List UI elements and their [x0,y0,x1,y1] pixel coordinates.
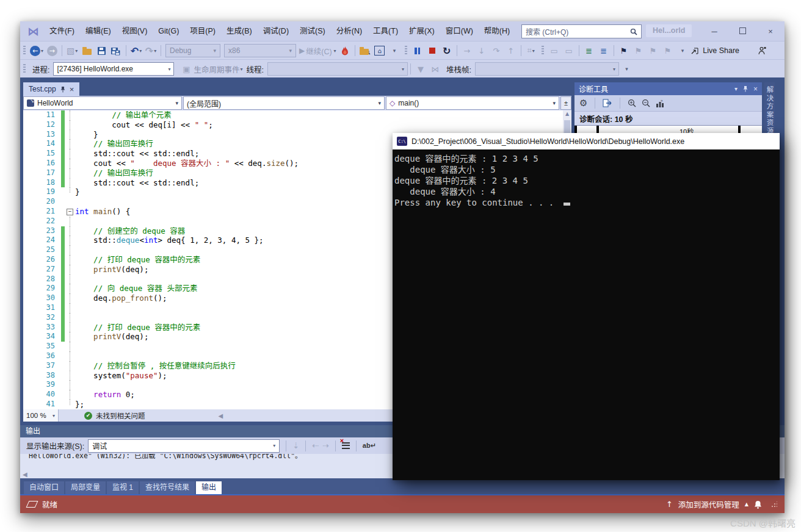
pin-icon[interactable] [60,86,65,93]
lifecycle-events-button[interactable]: 生命周期事件 [194,63,239,75]
maximize-button[interactable] [728,27,756,36]
home-window-button[interactable]: ⌂ [372,43,387,58]
tool-window-tab[interactable]: 局部变量 [65,481,106,494]
navigate-back-button[interactable]: ←▾ [29,43,45,58]
next-bookmark-button[interactable]: ⚑ [646,43,661,58]
console-output[interactable]: deque 容器中的元素 : 1 2 3 4 5 deque 容器大小 : 5d… [393,149,780,480]
project-dropdown[interactable]: HelloWorld ▾ [23,96,182,110]
search-input[interactable]: 搜索 (Ctrl+Q) [521,24,642,38]
save-all-button[interactable] [109,43,123,58]
hscroll-left-icon[interactable]: ◀ [219,412,223,419]
hot-reload-icon[interactable] [338,43,352,58]
console-titlebar[interactable]: C:\ D:\002_Project\006_Visual_Studio\Hel… [393,133,780,149]
process-dropdown[interactable]: [27436] HelloWorld.exe▾ [53,62,174,76]
new-project-button[interactable]: ▧▾ [65,43,79,58]
word-wrap-icon[interactable]: ab↵ [363,442,376,450]
previous-bookmark-button[interactable]: ⚑ [631,43,646,58]
menu-item[interactable]: 窗口(W) [440,21,479,41]
toolbar-grip[interactable] [23,46,26,56]
tab-test-cpp[interactable]: Test.cpp × [23,82,79,96]
tool-window-tab[interactable]: 自动窗口 [24,481,64,494]
thread-dropdown[interactable]: ▾ [267,62,408,76]
break-all-button[interactable] [410,43,425,58]
tool-window-tab[interactable]: 监视 1 [107,481,139,494]
toolbar-grip[interactable] [23,64,26,74]
tool-window-tab[interactable]: 查找符号结果 [140,481,195,494]
solution-configuration-dropdown[interactable]: Debug▾ [165,44,220,57]
step-over-button[interactable]: ↷ [489,43,504,58]
menu-item[interactable]: 调试(D) [258,21,294,41]
close-tab-icon[interactable]: × [70,85,74,93]
output-source-dropdown[interactable]: 调试 ▾ [88,439,280,453]
menu-item[interactable]: Git(G) [153,21,184,41]
zoom-dropdown[interactable]: 100 %▾ [23,409,59,422]
zoom-in-icon[interactable] [628,99,637,107]
show-next-statement-button[interactable]: → [460,43,474,58]
toolbar-overflow-button[interactable]: ▾ [619,62,634,76]
menu-item[interactable]: 工具(T) [368,21,404,41]
console-window[interactable]: C:\ D:\002_Project\006_Visual_Studio\Hel… [393,133,780,480]
toolbar-overflow-button[interactable]: ▾ [675,43,690,58]
restart-button[interactable]: ↻ [440,43,454,58]
menu-item[interactable]: 编辑(E) [80,21,117,41]
solution-platform-dropdown[interactable]: x86▾ [224,44,296,57]
split-window-button[interactable]: ± [560,96,571,110]
redo-button[interactable]: ↷▾ [143,43,158,58]
resize-grip[interactable] [771,501,777,508]
scope-dropdown[interactable]: (全局范围) ▾ [183,96,385,110]
parallel-stacks-button[interactable]: ▭ [562,43,576,58]
filter-threads-icon[interactable]: ▼ [413,62,428,76]
save-button[interactable] [94,43,109,58]
settings-gear-icon[interactable]: ⚙ [579,98,587,109]
undo-button[interactable]: ↶▾ [129,43,143,58]
minimize-button[interactable]: ─ [700,27,728,36]
diagnostic-tools-titlebar[interactable]: 诊断工具 ▾ × [574,82,762,95]
notification-bell-icon[interactable] [754,500,762,509]
window-position-icon[interactable]: ▾ [734,85,738,92]
stop-debugging-button[interactable] [425,43,440,58]
menu-item[interactable]: 测试(S) [294,21,331,41]
source-control-button[interactable]: ↑ 添加到源代码管理 ▲ [666,498,777,510]
reset-view-chart-icon[interactable]: ? [656,99,664,107]
show-threads-button[interactable]: ▭ [547,43,562,58]
find-message-icon[interactable]: ⇣ [292,441,299,450]
tool-window-tab[interactable]: 输出 [196,481,222,494]
flag-threads-icon[interactable]: ⋈ [428,62,443,76]
health-check-icon[interactable]: ✔ [84,412,92,420]
feedback-icon[interactable] [758,41,766,60]
continue-button[interactable]: ▶继续(C)▾ [298,43,338,58]
menu-item[interactable]: 视图(V) [117,21,153,41]
step-out-button[interactable]: ↑ [504,43,518,58]
clear-bookmarks-button[interactable]: ⚑ [661,43,675,58]
export-icon[interactable] [603,99,612,107]
close-button[interactable]: × [756,27,785,36]
format-outdent-button[interactable]: ≣ [596,43,611,58]
next-message-icon[interactable]: ⇢ [322,441,329,450]
open-file-button[interactable] [79,43,94,58]
stack-frame-dropdown[interactable]: ▾ [475,62,619,76]
step-into-button[interactable]: ↓ [474,43,489,58]
close-panel-icon[interactable]: × [753,85,758,93]
navigate-forward-button[interactable]: → [45,43,59,58]
hex-display-button[interactable]: ⌗▾ [524,43,538,58]
menu-item[interactable]: 扩展(X) [404,21,440,41]
menu-item[interactable]: 生成(B) [221,21,258,41]
previous-message-icon[interactable]: ⇠ [312,441,319,450]
menu-item[interactable]: 帮助(H) [479,21,515,41]
member-dropdown[interactable]: ◇ main() ▾ [386,96,559,110]
pin-icon[interactable] [743,85,748,92]
clear-all-icon[interactable] [342,442,350,449]
menu-item[interactable]: 文件(F) [44,21,80,41]
find-in-files-button[interactable] [358,43,372,58]
format-indent-button[interactable]: ≣ [582,43,596,58]
toolbar-grip[interactable] [542,46,544,56]
output-hscroll-left-icon[interactable]: ◀ [23,471,27,478]
zoom-out-icon[interactable] [642,99,651,107]
menu-item[interactable]: 分析(N) [331,21,368,41]
fold-collapse-icon[interactable]: − [67,209,73,215]
toolbar-overflow-button[interactable]: ▾ [387,43,402,58]
menu-item[interactable]: 项目(P) [184,21,221,41]
toggle-bookmark-button[interactable]: ⚑ [617,43,631,58]
scroll-up-icon[interactable]: ▲ [563,111,571,117]
toolbar-grip[interactable] [405,46,407,56]
